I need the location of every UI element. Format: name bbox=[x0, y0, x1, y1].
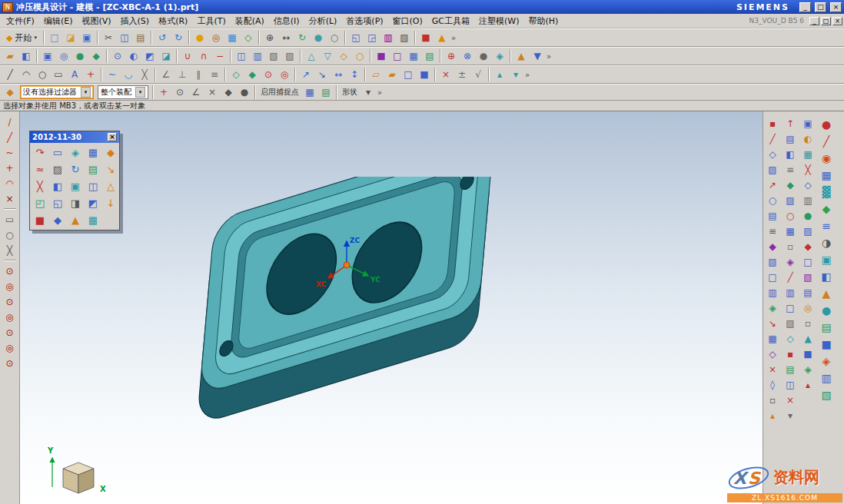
tool-icon[interactable]: ◧ bbox=[18, 48, 34, 64]
tool-icon[interactable]: ◠ bbox=[2, 176, 18, 191]
tool-icon[interactable]: ◆ bbox=[49, 212, 66, 228]
tool-icon[interactable]: ▥ bbox=[380, 30, 396, 45]
zoom-icon[interactable]: ⊕ bbox=[262, 30, 277, 45]
tool-icon[interactable]: ■ bbox=[32, 212, 48, 228]
tool-icon[interactable]: ◰ bbox=[32, 195, 48, 211]
toolbar-overflow-button[interactable]: » bbox=[547, 52, 551, 61]
tool-icon[interactable]: ╳ bbox=[799, 162, 816, 177]
tool-icon[interactable]: ◇ bbox=[336, 48, 351, 64]
tool-icon[interactable]: ◱ bbox=[348, 30, 364, 45]
tool-icon[interactable]: ▰ bbox=[384, 67, 400, 82]
tool-icon[interactable]: ╳ bbox=[2, 243, 18, 257]
tool-icon[interactable]: ▴ bbox=[764, 408, 781, 423]
tool-icon[interactable]: ▧ bbox=[764, 254, 781, 269]
tool-icon[interactable]: ╱ bbox=[817, 133, 836, 149]
tool-icon[interactable]: ◇ bbox=[228, 67, 244, 82]
tool-icon[interactable]: ◆ bbox=[88, 48, 104, 64]
type-filter-dropdown[interactable]: 没有选择过滤器 ▾ bbox=[20, 85, 94, 99]
mold-part[interactable] bbox=[197, 177, 494, 423]
tool-icon[interactable]: ▦ bbox=[85, 144, 101, 161]
tool-icon[interactable]: ▥ bbox=[817, 370, 836, 386]
tool-icon[interactable]: ◧ bbox=[782, 147, 799, 161]
tool-icon[interactable]: ▣ bbox=[67, 178, 84, 194]
tool-icon[interactable]: ◧ bbox=[49, 178, 66, 194]
tool-icon[interactable]: ◲ bbox=[364, 30, 380, 45]
tool-icon[interactable]: × bbox=[204, 85, 220, 100]
line-icon[interactable]: ╱ bbox=[2, 67, 18, 82]
pan-icon[interactable]: ↔ bbox=[278, 30, 294, 45]
tool-icon[interactable]: ↗ bbox=[298, 67, 314, 82]
tool-icon[interactable]: ◈ bbox=[799, 362, 816, 376]
tool-icon[interactable]: ▰ bbox=[2, 48, 18, 64]
tool-icon[interactable]: ▨ bbox=[799, 224, 816, 238]
paste-icon[interactable]: ▤ bbox=[133, 30, 148, 45]
tool-icon[interactable]: ■ bbox=[417, 67, 432, 82]
tool-icon[interactable]: ◆ bbox=[102, 144, 119, 161]
selection-scope-dropdown[interactable]: 整个装配 ▾ bbox=[98, 85, 148, 99]
tool-icon[interactable]: ◨ bbox=[67, 195, 84, 211]
tool-icon[interactable]: ● bbox=[817, 302, 836, 318]
tool-icon[interactable]: ◡ bbox=[121, 67, 136, 82]
tool-icon[interactable]: × bbox=[782, 393, 799, 407]
tool-icon[interactable]: ⊙ bbox=[2, 264, 18, 278]
tool-icon[interactable]: ■ bbox=[418, 30, 434, 45]
tool-icon[interactable]: ▥ bbox=[782, 285, 799, 300]
menu-item[interactable]: 首选项(P) bbox=[341, 15, 387, 28]
open-icon[interactable]: ◪ bbox=[63, 30, 78, 45]
toolbar-overflow-button[interactable]: » bbox=[525, 71, 530, 79]
tool-icon[interactable]: ↔ bbox=[331, 67, 346, 82]
tool-icon[interactable]: ▦ bbox=[817, 167, 836, 183]
tool-icon[interactable]: ▾ bbox=[361, 85, 376, 100]
tool-icon[interactable]: ∠ bbox=[158, 67, 174, 82]
menu-item[interactable]: 插入(S) bbox=[116, 15, 155, 28]
tool-icon[interactable]: ▤ bbox=[764, 208, 781, 223]
tool-icon[interactable]: ▪ bbox=[764, 116, 781, 131]
graphics-viewport[interactable]: ZC YC XC 2012-11-30 × ↷▭◈▦◆≈▨↻▤↘╳◧▣◫△◰◱◨… bbox=[20, 111, 763, 504]
intersect-icon[interactable]: ∩ bbox=[196, 48, 211, 64]
mdi-minimize-button[interactable]: _ bbox=[809, 17, 819, 25]
snap-center-icon[interactable]: ⊙ bbox=[172, 85, 188, 100]
subtract-icon[interactable]: − bbox=[212, 48, 228, 64]
tool-icon[interactable]: ◫ bbox=[782, 377, 799, 392]
tool-icon[interactable]: ▴ bbox=[799, 377, 816, 392]
tool-icon[interactable]: ▪ bbox=[782, 346, 799, 361]
tool-icon[interactable]: ≡ bbox=[764, 224, 781, 238]
shaded-view-icon[interactable]: ● bbox=[311, 30, 326, 45]
tool-icon[interactable]: ▥ bbox=[799, 193, 816, 207]
hole-icon[interactable]: ⊙ bbox=[110, 48, 125, 64]
tool-icon[interactable]: ⊥ bbox=[174, 67, 190, 82]
tool-icon[interactable]: ▾ bbox=[782, 408, 799, 423]
copy-icon[interactable]: ◫ bbox=[117, 30, 132, 45]
tool-icon[interactable]: ◈ bbox=[817, 353, 836, 369]
tool-icon[interactable]: ⊙ bbox=[2, 294, 18, 309]
tool-icon[interactable]: ■ bbox=[374, 48, 389, 64]
tool-icon[interactable]: ◈ bbox=[67, 144, 84, 161]
wireframe-view-icon[interactable]: ○ bbox=[327, 30, 342, 45]
tool-icon[interactable]: ⊙ bbox=[261, 67, 276, 82]
tool-icon[interactable]: ╱ bbox=[782, 270, 799, 284]
tool-icon[interactable]: ▾ bbox=[508, 67, 523, 82]
new-icon[interactable]: □ bbox=[47, 30, 62, 45]
tool-icon[interactable]: ◈ bbox=[492, 48, 507, 64]
spline-icon[interactable]: ~ bbox=[105, 67, 120, 82]
extrude-icon[interactable]: ▣ bbox=[40, 48, 55, 64]
tool-icon[interactable]: ▥ bbox=[764, 285, 781, 300]
tool-icon[interactable]: ▨ bbox=[282, 48, 297, 64]
tool-icon[interactable]: □ bbox=[764, 270, 781, 284]
tool-icon[interactable]: ▤ bbox=[85, 161, 101, 177]
tool-icon[interactable]: ▨ bbox=[782, 193, 799, 207]
tool-icon[interactable]: ● bbox=[237, 85, 252, 100]
tool-icon[interactable]: ▫ bbox=[782, 239, 799, 254]
menu-item[interactable]: 装配(A) bbox=[231, 15, 269, 28]
tool-icon[interactable]: ∠ bbox=[188, 85, 204, 100]
tool-icon[interactable]: ◪ bbox=[158, 48, 174, 64]
tool-icon[interactable]: ▼ bbox=[530, 48, 545, 64]
tool-icon[interactable]: ◈ bbox=[782, 254, 799, 269]
tool-icon[interactable]: ▫ bbox=[764, 393, 781, 407]
tool-icon[interactable]: ▦ bbox=[85, 212, 101, 228]
menu-item[interactable]: 文件(F) bbox=[2, 15, 39, 28]
wcs-origin-handle[interactable] bbox=[344, 262, 350, 268]
tool-icon[interactable]: ~ bbox=[2, 145, 18, 160]
tool-icon[interactable]: ○ bbox=[2, 227, 18, 242]
undo-icon[interactable]: ↺ bbox=[155, 30, 170, 45]
